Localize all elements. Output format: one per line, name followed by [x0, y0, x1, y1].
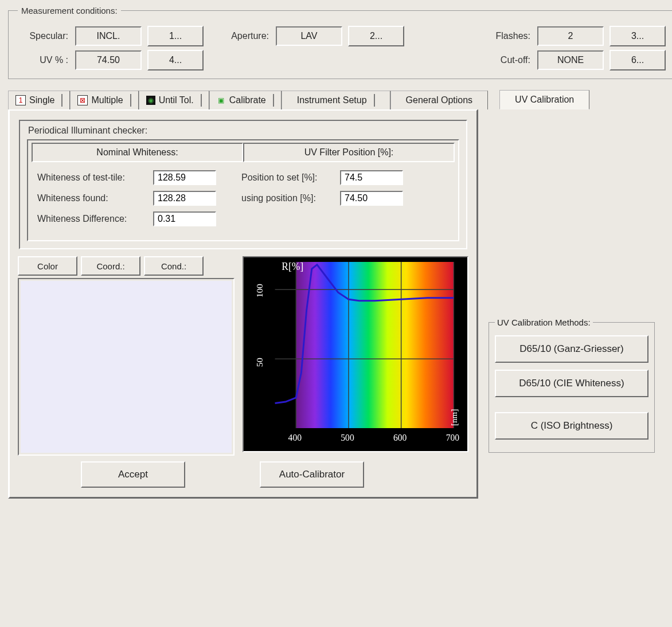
- specular-value: INCL.: [75, 26, 142, 46]
- tab-instrument-setup[interactable]: Instrument Setup: [282, 91, 390, 109]
- uvpct-value: 74.50: [75, 50, 142, 70]
- whiteness-diff-label: Whiteness Difference:: [37, 214, 146, 224]
- method-iso-brightness-button[interactable]: C (ISO Brightness): [495, 412, 648, 440]
- accept-button[interactable]: Accept: [81, 461, 185, 488]
- whiteness-tile-label: Whiteness of test-tile:: [37, 173, 146, 183]
- svg-rect-0: [296, 262, 454, 428]
- mini-tab-cond[interactable]: Cond.:: [144, 256, 204, 276]
- tab-instrument-setup-label: Instrument Setup: [297, 95, 367, 105]
- reflectance-chart: R[%]10050400500600700[nm]: [243, 256, 468, 452]
- until-tol-icon: ◉: [146, 96, 155, 105]
- uvpct-config-button[interactable]: 4...: [147, 50, 204, 70]
- using-pos-input[interactable]: [340, 191, 403, 206]
- whiteness-diff-input[interactable]: [153, 211, 216, 226]
- method-ganz-griesser-button[interactable]: D65/10 (Ganz-Griesser): [495, 335, 648, 363]
- color-swatch: [21, 281, 232, 453]
- pic-title: Periodical Illuminant checker:: [28, 126, 462, 136]
- svg-text:100: 100: [255, 284, 265, 297]
- cutoff-config-button[interactable]: 6...: [610, 50, 666, 70]
- measurement-conditions-title: Measurement conditions:: [18, 6, 121, 15]
- flashes-label: Flashes:: [480, 31, 532, 41]
- auto-calibrator-button[interactable]: Auto-Calibrator: [260, 461, 364, 488]
- tab-uv-calibration-label: UV Calibration: [515, 95, 574, 105]
- tab-until-tol[interactable]: ◉ Until Tol.: [139, 91, 209, 109]
- methods-title: UV Calibration Methods:: [495, 318, 593, 327]
- aperture-config-button[interactable]: 2...: [348, 26, 404, 46]
- periodical-illuminant-checker-group: Periodical Illuminant checker: Nominal W…: [19, 120, 467, 249]
- svg-text:[nm]: [nm]: [450, 409, 459, 426]
- aperture-label: Aperture:: [218, 31, 270, 41]
- measurement-conditions-group: Measurement conditions: Specular: INCL. …: [8, 6, 672, 79]
- tab-general-options[interactable]: General Options: [390, 91, 489, 109]
- whiteness-found-input[interactable]: [153, 191, 216, 206]
- pos-to-set-input[interactable]: [340, 170, 403, 185]
- using-pos-label: using position [%]:: [241, 193, 333, 203]
- specular-config-button[interactable]: 1...: [147, 26, 204, 46]
- svg-text:600: 600: [393, 433, 407, 442]
- pos-to-set-label: Position to set [%]:: [241, 173, 333, 183]
- tab-single-label: Single: [29, 95, 54, 105]
- uv-calibration-methods-group: UV Calibration Methods: D65/10 (Ganz-Gri…: [487, 318, 651, 453]
- flashes-value: 2: [537, 26, 604, 46]
- mini-tab-coord[interactable]: Coord.:: [81, 256, 140, 276]
- multiple-icon: ⊠: [77, 95, 88, 105]
- aperture-value: LAV: [276, 26, 342, 46]
- cutoff-value: NONE: [537, 50, 604, 70]
- single-icon: 1: [15, 95, 26, 105]
- tab-calibrate[interactable]: ▣ Calibrate: [209, 91, 282, 109]
- calibrate-icon: ▣: [217, 96, 226, 105]
- uv-calibration-panel: Periodical Illuminant checker: Nominal W…: [8, 109, 478, 499]
- svg-text:R[%]: R[%]: [282, 261, 304, 272]
- svg-text:500: 500: [341, 433, 354, 442]
- tab-multiple[interactable]: ⊠ Multiple: [70, 91, 138, 109]
- specular-label: Specular:: [18, 31, 69, 41]
- mini-tab-color[interactable]: Color: [18, 256, 77, 276]
- svg-text:700: 700: [446, 433, 459, 442]
- whiteness-found-label: Whiteness found:: [37, 193, 146, 203]
- tab-general-options-label: General Options: [406, 95, 473, 105]
- svg-text:400: 400: [288, 433, 302, 442]
- method-cie-whiteness-button[interactable]: D65/10 (CIE Whiteness): [495, 370, 648, 397]
- tab-until-tol-label: Until Tol.: [159, 95, 194, 105]
- tab-strip: 1 Single ⊠ Multiple ◉ Until Tol. ▣ Calib…: [8, 89, 664, 109]
- uvpct-label: UV % :: [18, 55, 69, 65]
- tab-uv-calibration[interactable]: UV Calibration: [499, 90, 589, 109]
- tab-calibrate-label: Calibrate: [229, 95, 266, 105]
- tab-single[interactable]: 1 Single: [8, 91, 70, 109]
- tab-multiple-label: Multiple: [91, 95, 123, 105]
- svg-text:50: 50: [255, 358, 265, 367]
- flashes-config-button[interactable]: 3...: [610, 26, 666, 46]
- whiteness-tile-input[interactable]: [153, 170, 216, 185]
- cutoff-label: Cut-off:: [480, 55, 532, 65]
- pic-header-uvpos: UV Filter Position [%]:: [243, 143, 455, 162]
- pic-header-nominal: Nominal Whiteness:: [32, 143, 243, 162]
